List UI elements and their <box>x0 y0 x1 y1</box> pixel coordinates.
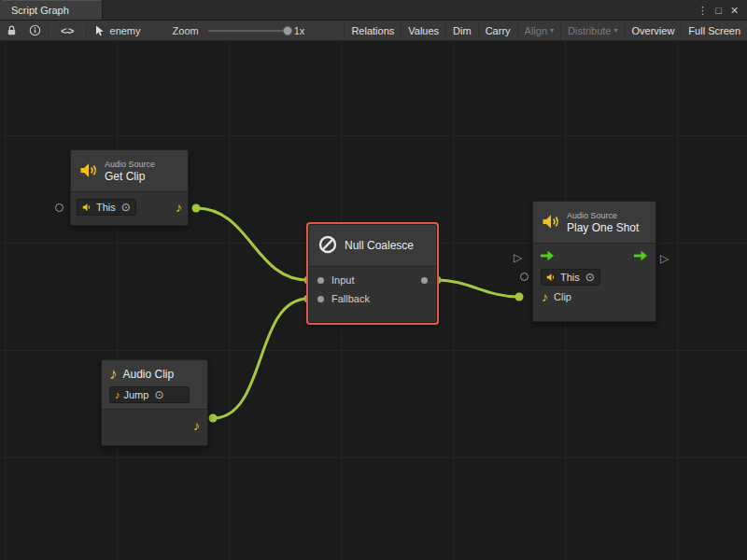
more-menu-icon[interactable]: ⋮ <box>695 0 711 21</box>
node-category: Audio Source <box>105 160 155 170</box>
wire-audioclip-to-fallback[interactable] <box>213 299 308 418</box>
script-graph-window: { "window": { "tab_title": "Script Graph… <box>0 0 747 560</box>
node-title: Play One Shot <box>567 221 639 234</box>
node-null-coalesce-header: Null Coalesce <box>309 225 436 267</box>
info-icon[interactable] <box>23 21 47 41</box>
object-picker-icon[interactable]: ⊙ <box>154 388 163 401</box>
node-get-clip[interactable]: Audio Source Get Clip This ⊙ ♪ <box>70 149 189 226</box>
fallback-label: Fallback <box>331 293 370 304</box>
node-audio-clip-body: ♪ <box>102 410 207 445</box>
fallback-port[interactable] <box>317 296 324 302</box>
window-controls: ⋮ □ ✕ <box>695 0 747 20</box>
this-object-field[interactable]: This ⊙ <box>77 199 136 216</box>
node-title: Null Coalesce <box>345 239 414 252</box>
window-tab-bar: Script Graph ⋮ □ ✕ <box>0 0 747 21</box>
node-get-clip-body: This ⊙ ♪ <box>71 192 188 225</box>
object-picker-icon[interactable]: ⊙ <box>585 271 595 284</box>
audio-clip-object-field[interactable]: ♪ Jump ⊙ <box>109 386 190 403</box>
port-dot[interactable] <box>209 414 218 423</box>
graph-toolbar: <-> enemy Zoom 1x Relations Values Dim C… <box>0 21 747 41</box>
tab-script-graph[interactable]: Script Graph <box>0 0 103 20</box>
wire-getclip-to-input[interactable] <box>196 208 308 280</box>
values-button[interactable]: Values <box>401 21 445 41</box>
null-coalesce-icon <box>317 234 338 257</box>
tab-title: Script Graph <box>11 5 69 16</box>
zoom-slider-handle[interactable] <box>283 26 292 35</box>
distribute-button: Distribute▾ <box>560 21 624 41</box>
port-dot[interactable] <box>192 204 201 213</box>
this-label: This <box>96 202 116 213</box>
input-label: Input <box>331 274 354 286</box>
zoom-label: Zoom <box>173 25 199 36</box>
maximize-icon[interactable]: □ <box>711 0 726 21</box>
node-play-one-shot[interactable]: Audio Source Play One Shot This ⊙ <box>532 201 656 322</box>
node-play-one-shot-body: This ⊙ ♪ Clip <box>533 244 655 307</box>
port-dot[interactable] <box>515 293 524 301</box>
overview-button[interactable]: Overview <box>625 21 682 41</box>
cursor-icon <box>95 25 106 36</box>
node-audio-clip-header: ♪ Audio Clip ♪ Jump ⊙ <box>102 360 207 410</box>
flow-input-port-triangle[interactable]: ▷ <box>514 252 522 263</box>
toolbar-buttons: Relations Values Dim Carry Align▾ Distri… <box>344 21 747 41</box>
input-port[interactable] <box>317 277 324 284</box>
speaker-icon <box>546 273 557 282</box>
clip-output-icon[interactable]: ♪ <box>193 419 200 432</box>
object-picker-icon[interactable]: ⊙ <box>121 201 131 214</box>
music-note-icon: ♪ <box>115 390 120 400</box>
clip-label: Clip <box>554 291 571 302</box>
node-title: Audio Clip <box>123 368 175 381</box>
relations-button[interactable]: Relations <box>344 21 401 41</box>
flow-output-arrow-icon[interactable] <box>634 250 648 263</box>
wire-output-to-clip[interactable] <box>437 280 519 297</box>
align-button: Align▾ <box>517 21 560 41</box>
close-icon[interactable]: ✕ <box>726 0 742 21</box>
node-get-clip-header: Audio Source Get Clip <box>71 150 188 192</box>
graph-target[interactable]: enemy <box>88 25 148 36</box>
angle-brackets-icon[interactable]: <-> <box>55 21 79 41</box>
audio-clip-icon: ♪ <box>109 366 118 382</box>
node-title: Get Clip <box>105 170 155 183</box>
clip-output-icon[interactable]: ♪ <box>176 201 182 214</box>
getclip-this-input-port[interactable] <box>55 203 63 212</box>
toolbar-separator <box>50 24 51 37</box>
speaker-icon <box>82 203 92 212</box>
graph-canvas[interactable]: Audio Source Get Clip This ⊙ ♪ Null Coal… <box>0 41 747 560</box>
playoneshot-this-input-port[interactable] <box>520 273 529 281</box>
audio-source-icon <box>542 214 560 231</box>
lock-icon[interactable] <box>0 21 23 41</box>
flow-output-port-triangle[interactable]: ▷ <box>660 253 669 264</box>
chevron-down-icon: ▾ <box>550 27 554 35</box>
chevron-down-icon: ▾ <box>614 27 618 35</box>
node-audio-clip[interactable]: ♪ Audio Clip ♪ Jump ⊙ ♪ <box>101 359 208 446</box>
clip-input-icon[interactable]: ♪ <box>542 290 548 303</box>
toolbar-separator <box>83 24 84 37</box>
graph-target-label: enemy <box>110 25 141 36</box>
audio-source-icon <box>79 162 98 180</box>
node-null-coalesce-body: Input Fallback <box>309 267 436 315</box>
this-object-field[interactable]: This ⊙ <box>541 269 600 286</box>
node-category: Audio Source <box>567 211 639 221</box>
dim-button[interactable]: Dim <box>445 21 478 41</box>
zoom-slider[interactable] <box>208 30 289 32</box>
result-output-port[interactable] <box>421 277 428 284</box>
node-null-coalesce[interactable]: Null Coalesce Input Fallback <box>308 224 437 323</box>
zoom-value: 1x <box>294 25 305 36</box>
carry-button[interactable]: Carry <box>478 21 517 41</box>
full-screen-button[interactable]: Full Screen <box>681 21 747 41</box>
node-play-one-shot-header: Audio Source Play One Shot <box>533 202 655 244</box>
clip-value: Jump <box>124 389 149 400</box>
flow-input-arrow-icon[interactable] <box>541 250 555 263</box>
this-label: This <box>560 272 580 283</box>
